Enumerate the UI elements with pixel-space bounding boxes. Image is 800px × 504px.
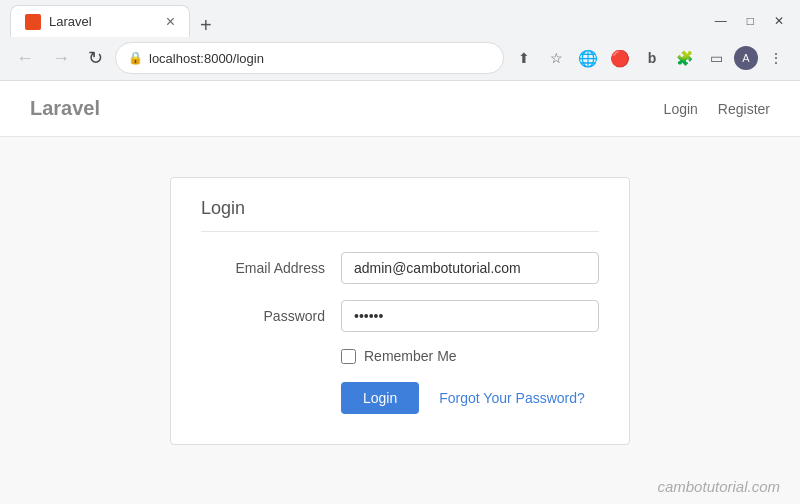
extensions-icon[interactable]: 🧩 — [670, 44, 698, 72]
main-content: Login Email Address Password Remember Me… — [0, 137, 800, 485]
remember-me-row: Remember Me — [201, 348, 599, 364]
address-bar[interactable] — [149, 51, 491, 66]
reload-button[interactable]: ↻ — [82, 43, 109, 73]
browser-icon-1[interactable]: 🌐 — [574, 44, 602, 72]
watermark: cambotutorial.com — [657, 478, 780, 495]
forgot-password-link[interactable]: Forgot Your Password? — [439, 390, 585, 406]
minimize-button[interactable]: — — [709, 12, 733, 30]
remember-me-label[interactable]: Remember Me — [364, 348, 457, 364]
toolbar-icons: ⬆ ☆ 🌐 🔴 b 🧩 ▭ A ⋮ — [510, 44, 790, 72]
forward-button[interactable]: → — [46, 44, 76, 73]
tab-title: Laravel — [49, 14, 158, 29]
window-controls: — □ ✕ — [709, 12, 790, 30]
browser-icon-2[interactable]: 🔴 — [606, 44, 634, 72]
bookmark-icon[interactable]: ☆ — [542, 44, 570, 72]
password-field[interactable] — [341, 300, 599, 332]
lock-icon: 🔒 — [128, 51, 143, 65]
browser-chrome: Laravel × + — □ ✕ ← → ↻ 🔒 ⬆ ☆ 🌐 🔴 b 🧩 ▭ … — [0, 0, 800, 81]
card-title: Login — [201, 198, 599, 232]
email-field[interactable] — [341, 252, 599, 284]
menu-icon[interactable]: ⋮ — [762, 44, 790, 72]
browser-toolbar: ← → ↻ 🔒 ⬆ ☆ 🌐 🔴 b 🧩 ▭ A ⋮ — [0, 36, 800, 80]
navbar: Laravel Login Register — [0, 81, 800, 137]
tab-favicon — [25, 14, 41, 30]
profile-icon[interactable]: A — [734, 46, 758, 70]
password-row: Password — [201, 300, 599, 332]
login-card: Login Email Address Password Remember Me… — [170, 177, 630, 445]
title-bar: Laravel × + — □ ✕ — [0, 0, 800, 36]
browser-icon-3[interactable]: b — [638, 44, 666, 72]
new-tab-button[interactable]: + — [190, 13, 222, 37]
browser-tab[interactable]: Laravel × — [10, 5, 190, 37]
login-button[interactable]: Login — [341, 382, 419, 414]
nav-register-link[interactable]: Register — [718, 101, 770, 117]
remember-me-checkbox[interactable] — [341, 349, 356, 364]
nav-links: Login Register — [664, 101, 770, 117]
email-label: Email Address — [201, 260, 341, 276]
page: Laravel Login Register Login Email Addre… — [0, 81, 800, 504]
action-row: Login Forgot Your Password? — [201, 382, 599, 414]
tab-bar: Laravel × + — [10, 5, 222, 37]
nav-login-link[interactable]: Login — [664, 101, 698, 117]
password-label: Password — [201, 308, 341, 324]
close-button[interactable]: ✕ — [768, 12, 790, 30]
tab-close-button[interactable]: × — [166, 14, 175, 30]
back-button[interactable]: ← — [10, 44, 40, 73]
brand-logo: Laravel — [30, 97, 100, 120]
sidebar-toggle-icon[interactable]: ▭ — [702, 44, 730, 72]
maximize-button[interactable]: □ — [741, 12, 760, 30]
email-row: Email Address — [201, 252, 599, 284]
address-bar-container[interactable]: 🔒 — [115, 42, 504, 74]
share-icon[interactable]: ⬆ — [510, 44, 538, 72]
